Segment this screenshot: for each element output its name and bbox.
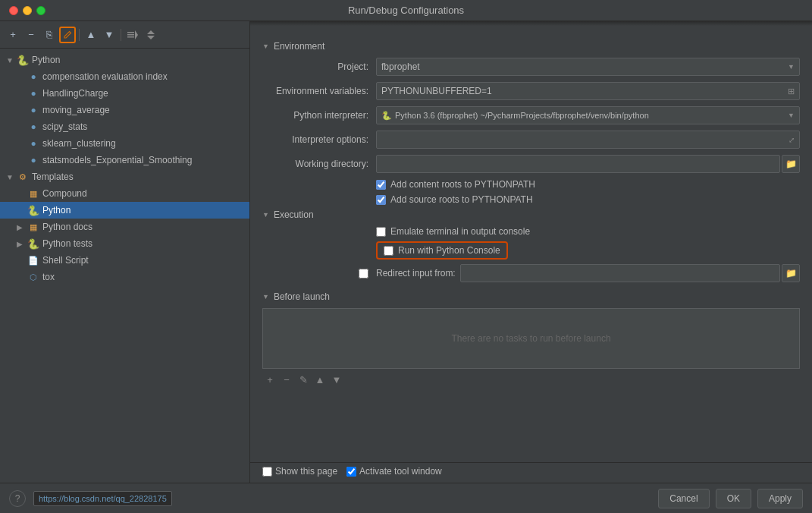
working-dir-label: Working directory: [262, 159, 376, 169]
maximize-button[interactable] [36, 6, 45, 15]
tree-item-scipy[interactable]: ● scipy_stats [0, 118, 249, 135]
python-group-icon: 🐍 [17, 54, 29, 66]
emulate-terminal-checkbox[interactable] [376, 227, 386, 237]
add-content-roots-label: Add content roots to PYTHONPATH [390, 179, 535, 190]
copy-button[interactable]: ⎘ [41, 27, 58, 43]
add-content-roots-checkbox[interactable] [376, 180, 386, 190]
main-content: + − ⎘ ▲ ▼ [0, 21, 812, 483]
move-button[interactable] [124, 27, 141, 43]
before-launch-edit-btn[interactable]: ✎ [296, 372, 311, 387]
tree-item-python-group[interactable]: ▼ 🐍 Python [0, 52, 249, 68]
working-dir-input[interactable] [376, 155, 780, 173]
edit-button[interactable] [59, 27, 76, 43]
environment-section-label: Environment [274, 41, 324, 52]
execution-section-label: Execution [274, 209, 314, 220]
add-source-roots-label: Add source roots to PYTHONPATH [390, 194, 533, 205]
window-controls [9, 6, 45, 15]
up-button[interactable]: ▲ [83, 27, 99, 43]
environment-section-header: ▼ Environment [262, 41, 800, 52]
tree-item-shell-script[interactable]: 📄 Shell Script [0, 252, 249, 269]
show-page-checkbox[interactable] [262, 467, 272, 477]
arrow-icon: ▼ [6, 173, 17, 181]
url-text: https://blog.csdn.net/qq_22828175 [39, 494, 167, 503]
tree-label: Templates [32, 172, 74, 182]
left-panel: + − ⎘ ▲ ▼ [0, 21, 250, 483]
svg-rect-2 [127, 36, 134, 38]
run-python-console-row: Run with Python Console [262, 241, 800, 260]
before-launch-content: There are no tasks to run before launch [262, 308, 800, 369]
project-row: Project: fbprophet ▼ [262, 58, 800, 76]
before-launch-label: Before launch [274, 291, 330, 302]
sort-button[interactable] [143, 27, 159, 43]
env-vars-input[interactable]: PYTHONUNBUFFERED=1 ⊞ [376, 82, 800, 100]
close-button[interactable] [9, 6, 18, 15]
project-value: fbprophet [381, 61, 420, 72]
ok-button[interactable]: OK [716, 489, 751, 508]
tree-item-tox[interactable]: ⬡ tox [0, 269, 249, 285]
add-button[interactable]: + [5, 27, 21, 43]
tree-item-python-tests[interactable]: ▶ 🐍 Python tests [0, 235, 249, 252]
execution-section-header: ▼ Execution [262, 209, 800, 220]
tree-item-compensation[interactable]: ● compensation evaluation index [0, 68, 249, 85]
tree-item-python-docs[interactable]: ▶ ▦ Python docs [0, 219, 249, 235]
tree-item-handling[interactable]: ● HandlingCharge [0, 85, 249, 102]
arrow-icon: ▶ [17, 240, 27, 248]
redirect-input-checkbox[interactable] [359, 269, 368, 279]
before-launch-remove-btn[interactable]: − [279, 372, 294, 387]
before-launch-down-btn[interactable]: ▼ [329, 372, 344, 387]
separator-2 [121, 29, 121, 41]
activate-tool-window-checkbox[interactable] [346, 467, 356, 477]
redirect-input-field[interactable] [460, 264, 780, 282]
before-launch-up-btn[interactable]: ▲ [312, 372, 328, 387]
python-icon: ● [27, 71, 39, 83]
section-arrow-icon: ▼ [262, 293, 269, 301]
before-launch-add-btn[interactable]: + [262, 372, 277, 387]
tree-item-statsmodels[interactable]: ● statsmodels_Exponential_Smoothing [0, 152, 249, 168]
remove-button[interactable]: − [23, 27, 39, 43]
python-docs-icon: ▦ [27, 221, 39, 233]
tree-item-compound[interactable]: ▦ Compound [0, 185, 249, 202]
url-display: https://blog.csdn.net/qq_22828175 [33, 491, 172, 506]
help-button[interactable]: ? [9, 490, 26, 507]
redirect-input-row: Redirect input from: 📁 [262, 264, 800, 282]
interpreter-options-input[interactable]: ⤢ [376, 131, 800, 149]
python-icon: ● [27, 121, 39, 133]
window-title: Run/Debug Configurations [348, 5, 464, 16]
tree-item-sklearn[interactable]: ● sklearn_clustering [0, 135, 249, 152]
emulate-terminal-row: Emulate terminal in output console [262, 226, 800, 237]
redirect-folder-icon[interactable]: 📁 [782, 264, 800, 282]
cancel-button[interactable]: Cancel [658, 489, 709, 508]
apply-button[interactable]: Apply [757, 489, 803, 508]
show-page-label: Show this page [275, 466, 337, 477]
bottom-bar: ? https://blog.csdn.net/qq_22828175 Canc… [0, 483, 812, 513]
add-source-roots-checkbox[interactable] [376, 195, 386, 205]
interpreter-options-label: Interpreter options: [262, 134, 376, 145]
tree-label: Python [42, 205, 71, 216]
section-arrow-icon: ▼ [262, 42, 269, 50]
python-icon: ● [27, 137, 39, 149]
tree-item-python-template[interactable]: 🐍 Python [0, 202, 249, 219]
run-python-console-label: Run with Python Console [398, 245, 500, 256]
run-python-console-checkbox[interactable] [384, 246, 393, 256]
tree-label: Compound [42, 188, 87, 199]
interpreter-control: 🐍 Python 3.6 (fbprophet) ~/PycharmProjec… [376, 106, 800, 124]
activate-tool-window-control: Activate tool window [346, 466, 442, 477]
minimize-button[interactable] [23, 6, 32, 15]
env-vars-control: PYTHONUNBUFFERED=1 ⊞ [376, 82, 800, 100]
tree-label: Python docs [42, 222, 92, 232]
project-select[interactable]: fbprophet ▼ [376, 58, 800, 76]
svg-marker-5 [147, 36, 155, 39]
svg-rect-0 [127, 32, 134, 33]
tree-label: scipy_stats [42, 121, 87, 132]
down-button[interactable]: ▼ [101, 27, 118, 43]
before-launch-toolbar: + − ✎ ▲ ▼ [262, 372, 800, 387]
expand-icon: ⤢ [788, 136, 795, 144]
tree-item-templates[interactable]: ▼ ⚙ Environment Templates [0, 168, 249, 185]
interpreter-select[interactable]: 🐍 Python 3.6 (fbprophet) ~/PycharmProjec… [376, 106, 800, 124]
run-python-console-highlight: Run with Python Console [376, 241, 508, 260]
tree-item-moving[interactable]: ● moving_average [0, 102, 249, 118]
python-interpreter-icon: 🐍 [381, 111, 392, 121]
working-dir-control: 📁 [376, 155, 800, 173]
folder-browse-icon[interactable]: 📁 [782, 155, 800, 173]
redirect-input-label: Redirect input from: [376, 268, 456, 279]
